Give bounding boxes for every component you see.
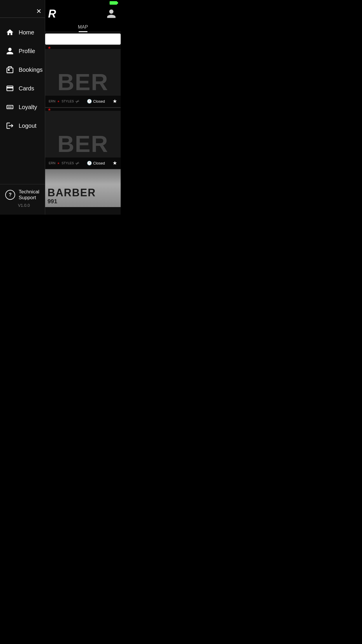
tech-support-label: Technical Support	[19, 189, 40, 201]
tag-star-1: ★	[57, 100, 60, 103]
barber-tag-text-2: ERN ★ STYLES ✂	[49, 160, 79, 166]
svg-rect-0	[6, 88, 13, 89]
tech-support-row[interactable]: ? Technical Support	[5, 189, 40, 201]
barber-card-inner-2: BER	[45, 111, 121, 158]
battery-icon	[110, 1, 117, 5]
close-sidebar-button[interactable]: ✕	[36, 8, 41, 15]
bookings-icon	[5, 65, 15, 74]
help-circle-icon: ?	[5, 190, 15, 200]
barber-photo-sub-text: 991	[48, 198, 118, 205]
barber-card-inner-1: BER	[45, 49, 121, 96]
closed-badge-2: 🕐 Closed	[87, 161, 105, 165]
favorite-star-1[interactable]: ★	[113, 98, 117, 104]
sidebar-footer: ? Technical Support V1.0.0	[0, 184, 45, 215]
closed-label-2: Closed	[93, 161, 105, 165]
sidebar-item-logout-label: Logout	[19, 123, 36, 129]
sidebar-item-cards-label: Cards	[19, 85, 34, 92]
closed-label-1: Closed	[93, 99, 105, 104]
main-content: R MAP ★ BER ERN ★ STYLES ✂ 🕐 Closed	[45, 0, 121, 215]
barber-card-photo-3: BARBER 991	[45, 169, 121, 207]
favorite-star-2[interactable]: ★	[113, 160, 117, 166]
clock-icon-1: 🕐	[87, 99, 92, 104]
sidebar-item-logout[interactable]: Logout	[0, 116, 45, 135]
scissors-icon-2: ✂	[75, 160, 81, 167]
sidebar-item-loyalty[interactable]: Loyalty	[0, 98, 45, 116]
sidebar-item-profile-label: Profile	[19, 48, 35, 55]
map-label[interactable]: MAP	[45, 23, 121, 31]
barber-bg-text-2: BER	[57, 131, 108, 158]
sidebar-item-profile[interactable]: Profile	[0, 42, 45, 60]
version-label: V1.0.0	[5, 203, 40, 208]
nav-items-list: Home Profile Bookings	[0, 20, 45, 184]
cards-icon	[5, 84, 15, 93]
sidebar-item-bookings-label: Bookings	[19, 66, 43, 73]
map-underline	[79, 31, 87, 32]
scissors-icon-1: ✂	[75, 98, 81, 105]
closed-badge-1: 🕐 Closed	[87, 99, 105, 104]
barber-tag-text-1: ERN ★ STYLES ✂	[49, 99, 79, 104]
home-icon	[5, 28, 15, 37]
profile-icon	[5, 46, 15, 56]
sidebar-item-loyalty-label: Loyalty	[19, 104, 37, 111]
barber-card-1[interactable]: ★ BER ERN ★ STYLES ✂ 🕐 Closed ★	[45, 46, 121, 107]
barber-tag-row-1: ERN ★ STYLES ✂ 🕐 Closed ★	[45, 96, 121, 107]
sidebar-item-home-label: Home	[19, 29, 34, 36]
brand-letter: R	[48, 8, 56, 20]
barber-bg-text-1: BER	[57, 69, 108, 96]
clock-icon-2: 🕐	[87, 161, 92, 165]
search-bar[interactable]	[45, 34, 121, 45]
loyalty-icon	[5, 102, 15, 112]
sidebar-item-home[interactable]: Home	[0, 23, 45, 42]
sidebar-item-cards[interactable]: Cards	[0, 79, 45, 98]
barber-tag-row-2: ERN ★ STYLES ✂ 🕐 Closed ★	[45, 158, 121, 169]
tag-star-2: ★	[57, 162, 60, 165]
barber-photo-main-text: BARBER	[48, 188, 118, 198]
barber-card-2[interactable]: ★ BER ERN ★ STYLES ✂ 🕐 Closed ★	[45, 108, 121, 169]
sidebar-drawer: ✕ Home Profile	[0, 0, 45, 215]
status-bar	[0, 0, 121, 6]
user-avatar-button[interactable]	[105, 7, 118, 20]
barber-card-3[interactable]: BARBER 991	[45, 169, 121, 207]
logout-icon	[5, 121, 15, 130]
sidebar-item-bookings[interactable]: Bookings	[0, 60, 45, 79]
